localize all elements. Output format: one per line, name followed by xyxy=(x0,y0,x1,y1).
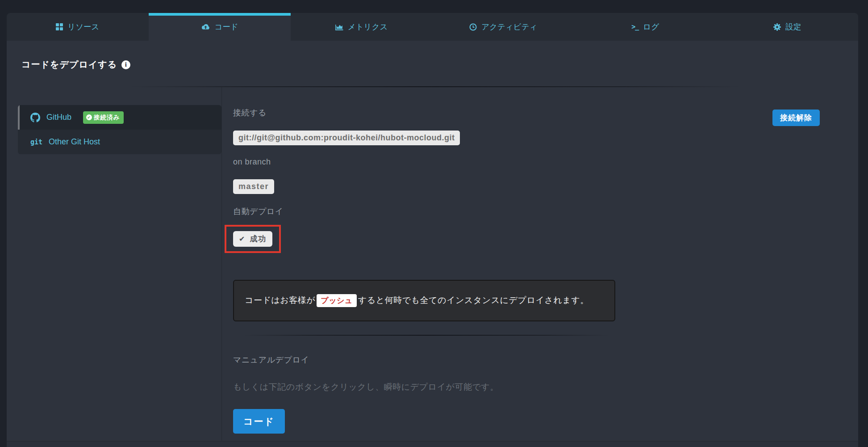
tab-logs[interactable]: >_ ログ xyxy=(574,13,716,41)
terminal-icon: >_ xyxy=(631,23,638,31)
info-icon[interactable]: i xyxy=(121,60,130,69)
sidebar-item-github[interactable]: GitHub ✔ 接続済み xyxy=(18,105,221,130)
deploy-code-button[interactable]: コード xyxy=(233,409,285,434)
provider-label: Other Git Host xyxy=(49,137,100,147)
tab-resources[interactable]: リソース xyxy=(7,13,149,41)
deploy-settings-content: 接続解除 接続する git://git@github.com:proudit-k… xyxy=(221,87,858,441)
code-deploy-panel: コードをデプロイする i GitHub ✔ 接続済み xyxy=(7,41,858,447)
disconnect-button[interactable]: 接続解除 xyxy=(772,110,820,126)
status-badge: ✔ 成功 xyxy=(233,231,272,247)
annotation-highlight-box: ✔ 成功 xyxy=(225,225,281,253)
tab-label: ログ xyxy=(643,21,659,32)
git-provider-sidebar: GitHub ✔ 接続済み git Other Git Host xyxy=(7,87,221,441)
repo-url-value: git://git@github.com:proudit-kohei/hubot… xyxy=(233,131,460,145)
page-header: コードをデプロイする i xyxy=(7,41,858,86)
area-chart-icon xyxy=(335,23,343,30)
connect-label: 接続する xyxy=(233,107,858,118)
tab-bar: リソース コード メトリクス アクティビティ >_ ログ xyxy=(7,13,858,41)
branch-label: on branch xyxy=(233,157,858,167)
check-circle-icon: ✔ xyxy=(86,114,92,120)
app-panel: リソース コード メトリクス アクティビティ >_ ログ xyxy=(7,13,858,447)
auto-deploy-label: 自動デプロイ xyxy=(233,206,858,217)
grid-icon xyxy=(56,23,63,30)
panel-footer-strip xyxy=(7,441,858,447)
tab-label: コード xyxy=(215,21,238,32)
cloud-upload-icon xyxy=(201,23,210,30)
manual-deploy-description: もしくは下記のボタンをクリックし、瞬時にデプロイが可能です。 xyxy=(233,381,858,393)
page-title: コードをデプロイする i xyxy=(21,59,858,71)
check-icon: ✔ xyxy=(239,235,246,243)
gear-icon xyxy=(773,23,781,31)
tab-label: リソース xyxy=(67,21,99,32)
provider-label: GitHub xyxy=(46,113,71,122)
clock-icon xyxy=(469,23,477,31)
git-wordmark-icon: git xyxy=(30,138,42,146)
tab-activity[interactable]: アクティビティ xyxy=(432,13,574,41)
section-divider xyxy=(242,335,610,336)
push-deploy-note: コードはお客様がプッシュすると何時でも全てのインスタンスにデプロイされます。 xyxy=(233,280,615,321)
tab-label: アクティビティ xyxy=(481,21,537,32)
branch-value: master xyxy=(233,179,274,194)
connected-badge: ✔ 接続済み xyxy=(83,111,124,124)
tab-label: 設定 xyxy=(785,21,801,32)
git-provider-list: GitHub ✔ 接続済み git Other Git Host xyxy=(18,105,221,154)
tab-settings[interactable]: 設定 xyxy=(716,13,858,41)
sidebar-item-other-git-host[interactable]: git Other Git Host xyxy=(18,130,221,154)
push-keyword-chip: プッシュ xyxy=(317,294,357,307)
github-octocat-icon xyxy=(30,113,40,122)
tab-metrics[interactable]: メトリクス xyxy=(291,13,433,41)
tab-label: メトリクス xyxy=(348,21,388,32)
tab-code[interactable]: コード xyxy=(149,13,291,41)
manual-deploy-label: マニュアルデプロイ xyxy=(233,354,858,365)
